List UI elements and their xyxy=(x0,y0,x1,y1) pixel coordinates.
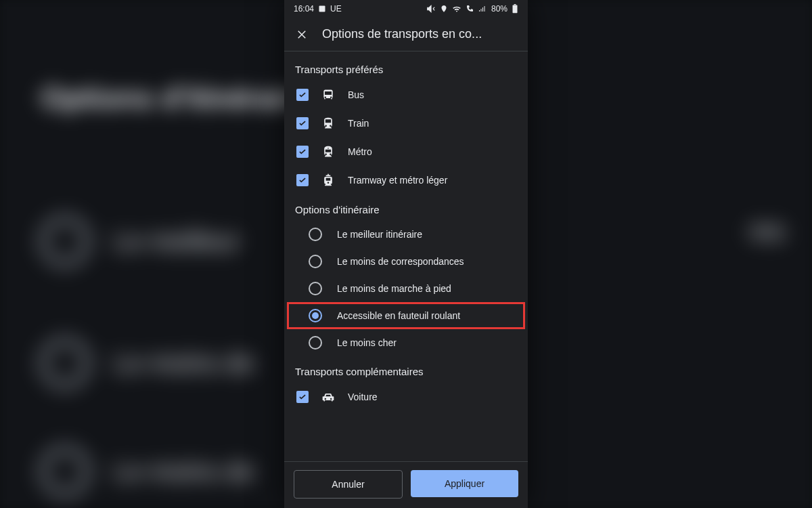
content: Transports préférés BusTrainMétroTramway… xyxy=(284,51,528,461)
checkbox[interactable] xyxy=(296,391,309,403)
signal-icon xyxy=(478,5,487,13)
bus-icon xyxy=(321,87,336,102)
checkbox[interactable] xyxy=(296,89,309,101)
route-option-row[interactable]: Le meilleur itinéraire xyxy=(284,221,528,248)
radio[interactable] xyxy=(309,228,322,241)
radio[interactable] xyxy=(309,282,322,295)
image-icon xyxy=(318,5,326,13)
checkbox[interactable] xyxy=(296,117,309,129)
tram-icon xyxy=(321,173,336,188)
wifi-icon xyxy=(452,4,461,14)
metro-icon xyxy=(321,144,336,159)
status-battery-text: 80% xyxy=(491,4,508,14)
extra-row[interactable]: Voiture xyxy=(284,383,528,411)
section-route-title: Options d'itinéraire xyxy=(284,194,528,221)
page-title: Options de transports en co... xyxy=(322,27,482,41)
apply-button[interactable]: Appliquer xyxy=(411,470,518,497)
svg-rect-2 xyxy=(514,4,516,5)
preferred-row[interactable]: Bus xyxy=(284,81,528,109)
close-button[interactable] xyxy=(295,28,309,41)
preferred-label: Métro xyxy=(348,146,372,157)
extra-label: Voiture xyxy=(348,391,378,402)
train-icon xyxy=(321,116,336,131)
titlebar: Options de transports en co... xyxy=(284,18,528,51)
phone-screen: 16:04 UE 80% Options de transports en co… xyxy=(284,0,528,508)
status-time: 16:04 xyxy=(294,4,314,14)
checkbox[interactable] xyxy=(296,174,309,186)
status-bar: 16:04 UE 80% xyxy=(284,0,528,18)
route-option-row[interactable]: Le moins de correspondances xyxy=(284,248,528,275)
preferred-label: Train xyxy=(348,118,369,129)
preferred-row[interactable]: Train xyxy=(284,109,528,137)
preferred-label: Tramway et métro léger xyxy=(348,175,447,186)
radio[interactable] xyxy=(309,336,322,350)
location-icon xyxy=(440,5,448,13)
mute-icon xyxy=(426,4,436,14)
route-option-row[interactable]: Accessible en fauteuil roulant xyxy=(284,302,528,329)
status-carrier: UE xyxy=(330,4,342,14)
radio[interactable] xyxy=(309,255,322,268)
preferred-row[interactable]: Métro xyxy=(284,137,528,166)
route-option-label: Le moins cher xyxy=(337,337,397,348)
radio[interactable] xyxy=(309,309,322,322)
checkbox[interactable] xyxy=(296,146,309,158)
call-icon xyxy=(466,5,474,13)
route-option-row[interactable]: Le moins de marche à pied xyxy=(284,275,528,302)
route-option-label: Le meilleur itinéraire xyxy=(337,229,422,240)
cancel-button[interactable]: Annuler xyxy=(294,470,403,499)
battery-icon xyxy=(512,4,518,14)
route-option-label: Le moins de marche à pied xyxy=(337,283,451,294)
close-icon xyxy=(296,28,308,41)
footer: Annuler Appliquer xyxy=(284,461,528,508)
section-extra-title: Transports complémentaires xyxy=(284,356,528,383)
route-option-label: Le moins de correspondances xyxy=(337,256,464,267)
preferred-label: Bus xyxy=(348,89,364,100)
preferred-row[interactable]: Tramway et métro léger xyxy=(284,166,528,194)
route-option-label: Accessible en fauteuil roulant xyxy=(337,310,460,321)
car-icon xyxy=(321,389,336,404)
section-preferred-title: Transports préférés xyxy=(284,54,528,81)
route-option-row[interactable]: Le moins cher xyxy=(284,329,528,356)
svg-rect-1 xyxy=(513,5,518,13)
svg-rect-0 xyxy=(319,6,325,12)
